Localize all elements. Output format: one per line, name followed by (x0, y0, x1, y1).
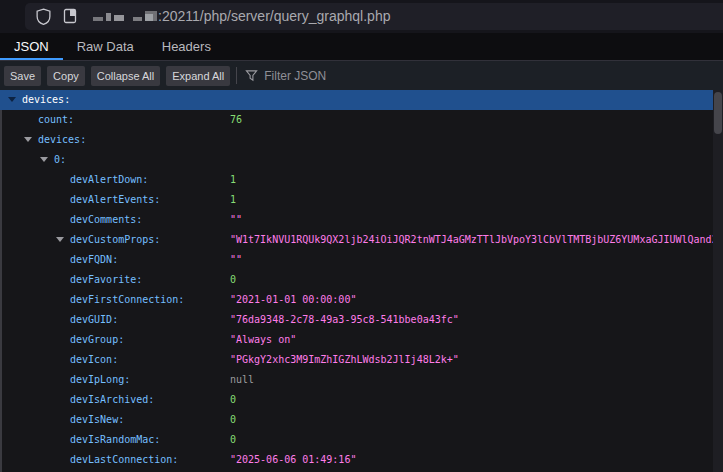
collapse-all-button[interactable]: Collapse All (91, 66, 160, 86)
expand-all-button[interactable]: Expand All (166, 66, 230, 86)
toolbar-separator (236, 67, 237, 84)
json-value: 1 (230, 170, 236, 190)
twisty-icon[interactable] (40, 150, 54, 170)
twisty-icon[interactable] (8, 90, 22, 110)
json-key: devIsArchived: (70, 394, 154, 405)
json-row[interactable]: devFQDN:"" (0, 250, 713, 270)
page-icon[interactable] (63, 8, 77, 24)
funnel-icon (245, 69, 258, 82)
json-value: "PGkgY2xhc3M9ImZhIGZhLWdsb2JlIj48L2k+" (230, 350, 459, 370)
json-key: devComments: (70, 214, 142, 225)
scrollbar-thumb[interactable] (714, 92, 722, 134)
json-value: "" (230, 250, 242, 270)
json-tree: devices:count:76devices:0:devAlertDown:1… (0, 90, 713, 472)
address-bar[interactable]: :20211/php/server/query_graphql.php (25, 3, 723, 30)
json-value: 0 (230, 410, 236, 430)
filter-json-input[interactable] (264, 69, 394, 83)
json-row[interactable]: devFavorite:0 (0, 270, 713, 290)
json-key: devFQDN: (70, 254, 118, 265)
json-key: devLastConnection: (70, 454, 178, 465)
redacted-host (93, 3, 159, 30)
json-value: null (230, 370, 254, 390)
json-row[interactable]: devices: (0, 90, 713, 110)
tab-headers[interactable]: Headers (148, 33, 225, 60)
json-row[interactable]: 0: (0, 150, 713, 170)
copy-button[interactable]: Copy (47, 66, 85, 86)
json-value: "2025-06-06 01:49:16" (230, 450, 356, 470)
url-text: :20211/php/server/query_graphql.php (158, 3, 390, 30)
json-key: 0: (54, 154, 66, 165)
save-button[interactable]: Save (4, 66, 41, 86)
json-key: devIsRandomMac: (70, 434, 160, 445)
viewer-tabbar: JSON Raw Data Headers (0, 33, 723, 61)
tab-raw-data[interactable]: Raw Data (63, 33, 148, 60)
json-row[interactable]: devAlertEvents:1 (0, 190, 713, 210)
json-row[interactable]: devIsNew:0 (0, 410, 713, 430)
json-toolbar: Save Copy Collapse All Expand All (0, 61, 723, 90)
json-key: devAlertEvents: (70, 194, 160, 205)
json-value: "76da9348-2c78-49a3-95c8-541bbe0a43fc" (230, 310, 459, 330)
json-row[interactable]: devIpLong:null (0, 370, 713, 390)
browser-chrome: :20211/php/server/query_graphql.php (0, 0, 723, 33)
json-key: devFavorite: (70, 274, 142, 285)
json-value: 1 (230, 190, 236, 210)
json-value: 0 (230, 270, 236, 290)
json-row[interactable]: devIsRandomMac:0 (0, 430, 713, 450)
firefox-json-viewer: :20211/php/server/query_graphql.php JSON… (0, 0, 723, 472)
json-row[interactable]: devAlertDown:1 (0, 170, 713, 190)
json-key: devGroup: (70, 334, 124, 345)
json-value: "W1t7IkNVU1RQUk9QX2ljb24iOiJQR2tnWTJ4aGM… (230, 230, 713, 250)
json-key: devices: (22, 94, 70, 105)
scrollbar-track[interactable] (713, 90, 723, 472)
json-key: devIpLong: (70, 374, 130, 385)
twisty-icon[interactable] (56, 230, 70, 250)
json-row[interactable]: count:76 (0, 110, 713, 130)
json-value: 76 (230, 110, 242, 130)
json-row[interactable]: devCustomProps:"W1t7IkNVU1RQUk9QX2ljb24i… (0, 230, 713, 250)
json-key: devCustomProps: (70, 234, 160, 245)
json-key: devIcon: (70, 354, 118, 365)
json-key: devFirstConnection: (70, 294, 184, 305)
json-key: count: (38, 114, 74, 125)
json-row[interactable]: devices: (0, 130, 713, 150)
json-row[interactable]: devLastConnection:"2025-06-06 01:49:16" (0, 450, 713, 470)
shield-icon[interactable] (35, 8, 52, 25)
twisty-icon[interactable] (24, 130, 38, 150)
json-key: devAlertDown: (70, 174, 148, 185)
json-row[interactable]: devIsArchived:0 (0, 390, 713, 410)
json-value: "" (230, 210, 242, 230)
json-row[interactable]: devGUID:"76da9348-2c78-49a3-95c8-541bbe0… (0, 310, 713, 330)
json-row[interactable]: devComments:"" (0, 210, 713, 230)
json-value: "Always on" (230, 330, 296, 350)
json-row[interactable]: devFirstConnection:"2021-01-01 00:00:00" (0, 290, 713, 310)
json-key: devIsNew: (70, 414, 124, 425)
tab-json[interactable]: JSON (0, 33, 63, 60)
json-value: "2021-01-01 00:00:00" (230, 290, 356, 310)
json-row[interactable]: devGroup:"Always on" (0, 330, 713, 350)
filter-box (245, 69, 394, 83)
json-key: devices: (38, 134, 86, 145)
json-row[interactable]: devIcon:"PGkgY2xhc3M9ImZhIGZhLWdsb2JlIj4… (0, 350, 713, 370)
json-value: 0 (230, 430, 236, 450)
json-key: devGUID: (70, 314, 118, 325)
json-value: 0 (230, 390, 236, 410)
